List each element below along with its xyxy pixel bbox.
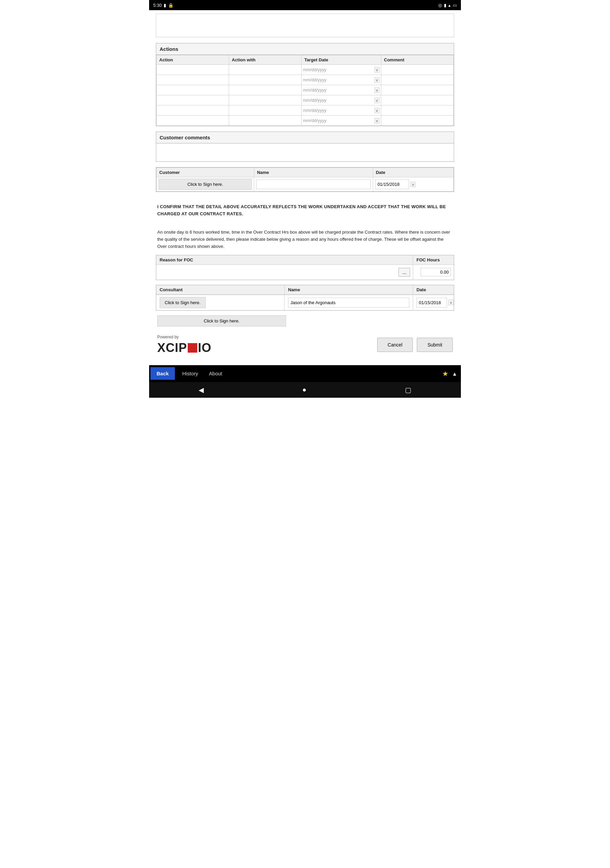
wifi-status-icon: ▴ xyxy=(448,3,451,8)
action-with-cell-2 xyxy=(229,85,301,95)
consultant-date-wrapper: v xyxy=(416,298,454,307)
action-input-5[interactable] xyxy=(158,118,228,123)
action-cell-3 xyxy=(156,95,229,105)
consultant-name-input[interactable] xyxy=(288,298,409,307)
customer-date-wrapper: v xyxy=(375,179,451,189)
submit-button[interactable]: Submit xyxy=(417,338,453,352)
comment-input-4[interactable] xyxy=(382,108,452,113)
customer-sign-button[interactable]: Click to Sign here. xyxy=(159,179,252,190)
customer-comments-input[interactable] xyxy=(156,143,454,160)
action-with-input-2[interactable] xyxy=(231,88,300,93)
comment-cell-4 xyxy=(381,105,454,116)
target-date-dropdown-0[interactable]: v xyxy=(375,67,380,73)
table-row: v xyxy=(156,75,454,85)
action-input-0[interactable] xyxy=(158,67,228,73)
xcip-red-square xyxy=(188,343,197,353)
customer-date-input[interactable] xyxy=(375,179,409,189)
sig-col-customer: Customer xyxy=(156,168,254,177)
comment-cell-3 xyxy=(381,95,454,105)
target-date-dropdown-4[interactable]: v xyxy=(375,108,380,113)
customer-name-input[interactable] xyxy=(256,179,370,189)
action-cell-5 xyxy=(156,116,229,126)
status-time: 5:30 xyxy=(153,3,162,8)
foc-reason-input[interactable] xyxy=(159,270,396,274)
back-button[interactable]: Back xyxy=(150,367,175,380)
target-date-input-4[interactable] xyxy=(303,108,374,113)
target-date-dropdown-5[interactable]: v xyxy=(375,118,380,123)
comment-input-0[interactable] xyxy=(382,67,452,73)
comment-input-1[interactable] xyxy=(382,78,452,83)
foc-hours-area xyxy=(413,267,454,278)
consultant-sign-button[interactable]: Click to Sign here. xyxy=(159,297,206,308)
standalone-sign-button[interactable]: Click to Sign here. xyxy=(157,315,286,327)
target-date-dropdown-1[interactable]: v xyxy=(375,77,380,83)
customer-date-cell: v xyxy=(373,177,454,192)
xcip-text1: XCIP xyxy=(157,341,187,355)
consultant-sign-cell: Click to Sign here. xyxy=(156,295,285,310)
foc-reason-area: ... xyxy=(156,265,413,280)
comment-cell-5 xyxy=(381,116,454,126)
actions-title: Actions xyxy=(156,43,454,55)
action-with-cell-1 xyxy=(229,75,301,85)
cancel-button[interactable]: Cancel xyxy=(377,338,413,352)
consultant-name-cell xyxy=(285,295,413,310)
location-icon: ◎ xyxy=(438,3,442,8)
target-date-input-3[interactable] xyxy=(303,98,374,103)
action-input-2[interactable] xyxy=(158,88,228,93)
target-date-dropdown-2[interactable]: v xyxy=(375,87,380,93)
comment-input-3[interactable] xyxy=(382,98,452,103)
xcip-logo: XCIP IO xyxy=(157,341,212,355)
customer-date-dropdown-icon[interactable]: v xyxy=(410,182,416,187)
customer-comments-title: Customer comments xyxy=(156,132,454,143)
foc-hours-input[interactable] xyxy=(421,268,451,276)
target-date-input-5[interactable] xyxy=(303,118,374,123)
xcip-text2: IO xyxy=(198,341,212,355)
nav-right-icons: ★ ▴ xyxy=(442,370,460,378)
consultant-date-dropdown-icon[interactable]: v xyxy=(448,300,454,305)
customer-sig-table: Customer Name Date Click to Sign here. xyxy=(156,167,454,192)
info-text-content: An onsite day is 6 hours worked time, ti… xyxy=(157,229,450,249)
action-with-cell-0 xyxy=(229,65,301,75)
action-with-input-5[interactable] xyxy=(231,118,300,123)
comment-input-5[interactable] xyxy=(382,118,452,123)
info-text: An onsite day is 6 hours worked time, ti… xyxy=(156,224,454,255)
action-input-1[interactable] xyxy=(158,78,228,83)
comment-cell-2 xyxy=(381,85,454,95)
table-row: v xyxy=(156,85,454,95)
action-with-input-4[interactable] xyxy=(231,108,300,113)
star-icon[interactable]: ★ xyxy=(442,370,448,378)
target-date-dropdown-3[interactable]: v xyxy=(375,98,380,103)
target-date-input-1[interactable] xyxy=(303,77,374,82)
customer-sign-cell: Click to Sign here. xyxy=(156,177,254,192)
about-nav-item[interactable]: About xyxy=(204,367,228,380)
comment-input-2[interactable] xyxy=(382,88,452,93)
history-nav-item[interactable]: History xyxy=(177,367,204,380)
target-date-input-0[interactable] xyxy=(303,67,374,72)
action-with-input-0[interactable] xyxy=(231,67,300,73)
consultant-name-col-label: Name xyxy=(285,285,413,294)
target-date-cell-0: v xyxy=(301,65,381,75)
consultant-date-cell: v xyxy=(413,295,454,310)
actions-section: Actions Action Action with Target Date C… xyxy=(156,43,454,126)
target-date-cell-2: v xyxy=(301,85,381,95)
action-with-input-1[interactable] xyxy=(231,78,300,83)
action-with-input-3[interactable] xyxy=(231,98,300,103)
foc-dots-button[interactable]: ... xyxy=(398,268,410,277)
android-back-button[interactable]: ◀ xyxy=(198,386,204,394)
android-home-button[interactable]: ● xyxy=(302,386,307,394)
target-date-input-2[interactable] xyxy=(303,87,374,93)
table-row: v xyxy=(156,116,454,126)
consultant-date-input[interactable] xyxy=(416,298,447,307)
action-with-cell-5 xyxy=(229,116,301,126)
bottom-nav: Back History About ★ ▴ xyxy=(149,365,461,382)
nav-wifi-icon: ▴ xyxy=(453,370,456,377)
foc-body: ... xyxy=(156,265,454,280)
sig-col-date: Date xyxy=(373,168,454,177)
action-input-4[interactable] xyxy=(158,108,228,113)
action-input-3[interactable] xyxy=(158,98,228,103)
col-target-date: Target Date xyxy=(301,55,381,65)
customer-name-cell xyxy=(254,177,373,192)
android-recent-button[interactable]: ▢ xyxy=(405,386,412,394)
top-textarea[interactable] xyxy=(156,14,454,37)
powered-section: Powered by XCIP IO Cancel Submit xyxy=(156,330,454,362)
